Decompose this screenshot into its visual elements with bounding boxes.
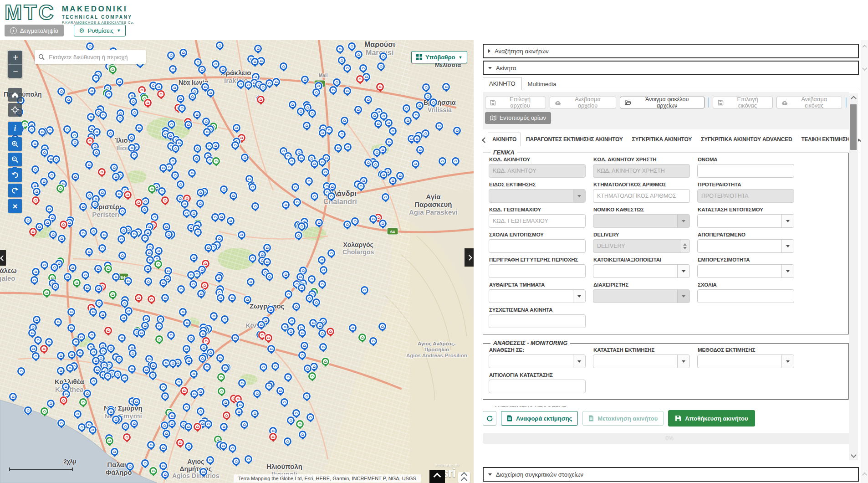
- property-pin[interactable]: [413, 135, 421, 143]
- property-pin[interactable]: [98, 168, 106, 176]
- property-pin[interactable]: [322, 358, 329, 365]
- property-pin[interactable]: [230, 192, 237, 200]
- property-pin[interactable]: [315, 219, 323, 226]
- sampling-button[interactable]: i Δειγματοληψία: [5, 25, 64, 36]
- property-pin[interactable]: [154, 260, 162, 268]
- redo-button[interactable]: [8, 184, 22, 197]
- property-pin[interactable]: [435, 122, 443, 130]
- property-pin[interactable]: [198, 66, 206, 73]
- property-pin[interactable]: [167, 51, 175, 59]
- methodos-ektimisis-select[interactable]: [697, 355, 794, 368]
- property-pin[interactable]: [251, 202, 259, 210]
- property-pin[interactable]: [287, 328, 295, 335]
- property-pin[interactable]: [233, 124, 240, 132]
- property-pin[interactable]: [171, 171, 179, 179]
- property-pin[interactable]: [41, 149, 48, 156]
- property-pin[interactable]: [229, 444, 236, 452]
- property-pin[interactable]: [187, 271, 195, 279]
- property-pin[interactable]: [99, 347, 107, 355]
- property-pin[interactable]: [179, 49, 187, 57]
- property-pin[interactable]: [67, 324, 75, 332]
- property-pin[interactable]: [357, 182, 365, 190]
- property-pin[interactable]: [86, 42, 94, 50]
- property-pin[interactable]: [217, 373, 225, 381]
- property-pin[interactable]: [312, 88, 320, 96]
- property-pin[interactable]: [241, 154, 249, 161]
- property-pin[interactable]: [68, 351, 76, 359]
- property-pin[interactable]: [249, 183, 256, 191]
- property-pin[interactable]: [161, 392, 169, 400]
- property-pin[interactable]: [344, 143, 352, 151]
- property-pin[interactable]: [111, 448, 118, 456]
- property-pin[interactable]: [358, 334, 366, 341]
- property-pin[interactable]: [356, 75, 364, 83]
- property-pin[interactable]: [109, 291, 117, 298]
- property-pin[interactable]: [312, 298, 320, 306]
- info-tool-button[interactable]: i: [8, 122, 22, 135]
- property-pin[interactable]: [169, 360, 177, 367]
- property-pin[interactable]: [247, 278, 255, 286]
- property-pin[interactable]: [64, 273, 71, 281]
- property-pin[interactable]: [380, 171, 388, 179]
- property-pin[interactable]: [311, 160, 318, 168]
- left-panel-toggle[interactable]: [0, 250, 6, 266]
- property-pin[interactable]: [171, 84, 179, 92]
- property-pin[interactable]: [89, 426, 97, 434]
- property-pin[interactable]: [164, 267, 172, 275]
- property-pin[interactable]: [69, 264, 77, 272]
- right-panel-toggle[interactable]: [465, 248, 474, 267]
- property-pin[interactable]: [82, 271, 89, 279]
- property-pin[interactable]: [161, 196, 169, 204]
- property-pin[interactable]: [452, 157, 460, 165]
- property-pin[interactable]: [141, 459, 149, 467]
- property-pin[interactable]: [227, 217, 235, 225]
- property-pin[interactable]: [33, 316, 41, 324]
- property-pin[interactable]: [439, 157, 446, 165]
- property-pin[interactable]: [240, 421, 248, 428]
- property-pin[interactable]: [200, 344, 208, 351]
- perigrafi-eggiteris-perioxis-input[interactable]: [489, 264, 586, 278]
- property-pin[interactable]: [183, 319, 191, 327]
- subtabs-scroll-left[interactable]: [483, 134, 487, 146]
- tab-multimedia[interactable]: Multimedia: [522, 78, 562, 90]
- subtab-paragontes-ektimisis[interactable]: ΠΑΡΑΓΟΝΤΕΣ ΕΚΤΙΜΗΣΗΣ ΑΚΙΝΗΤΟΥ: [522, 133, 627, 146]
- property-pin[interactable]: [194, 228, 202, 236]
- property-pin[interactable]: [107, 344, 115, 352]
- katastasi-ektimisis-dropdown-button[interactable]: [677, 355, 689, 368]
- property-pin[interactable]: [38, 128, 46, 136]
- property-pin[interactable]: [141, 206, 148, 213]
- property-pin[interactable]: [115, 355, 123, 363]
- property-pin[interactable]: [157, 90, 165, 98]
- katastasi-ektimisis-select[interactable]: [593, 355, 690, 368]
- property-pin[interactable]: [190, 254, 198, 262]
- property-pin[interactable]: [41, 407, 48, 415]
- property-pin[interactable]: [257, 321, 265, 329]
- property-pin[interactable]: [44, 219, 51, 226]
- property-pin[interactable]: [453, 127, 461, 134]
- property-pin[interactable]: [46, 205, 53, 213]
- property-pin[interactable]: [129, 349, 137, 357]
- property-pin[interactable]: [374, 120, 382, 128]
- property-pin[interactable]: [177, 95, 184, 103]
- property-pin[interactable]: [83, 284, 91, 292]
- undo-button[interactable]: [8, 168, 22, 182]
- property-pin[interactable]: [183, 345, 190, 353]
- property-pin[interactable]: [188, 169, 196, 177]
- map-viewport[interactable]: 64 64 64 ΠετρούποληΜαρούσιMarousiΗράκλει…: [0, 40, 474, 483]
- property-pin[interactable]: [257, 96, 265, 103]
- zoom-window-in-button[interactable]: [8, 137, 22, 151]
- property-pin[interactable]: [412, 111, 420, 119]
- property-pin[interactable]: [259, 83, 267, 91]
- property-pin[interactable]: [184, 121, 192, 128]
- report-button[interactable]: Αναφορά εκτίμησης: [501, 411, 578, 426]
- property-pin[interactable]: [221, 364, 229, 372]
- property-pin[interactable]: [144, 99, 152, 107]
- property-pin[interactable]: [36, 223, 43, 231]
- emporeysimotita-dropdown-button[interactable]: [781, 265, 794, 277]
- scroll-up-arrow[interactable]: [863, 473, 867, 478]
- property-pin[interactable]: [159, 383, 167, 391]
- property-pin[interactable]: [269, 433, 277, 441]
- property-pin[interactable]: [199, 468, 207, 476]
- property-pin[interactable]: [105, 90, 112, 98]
- property-pin[interactable]: [282, 201, 290, 209]
